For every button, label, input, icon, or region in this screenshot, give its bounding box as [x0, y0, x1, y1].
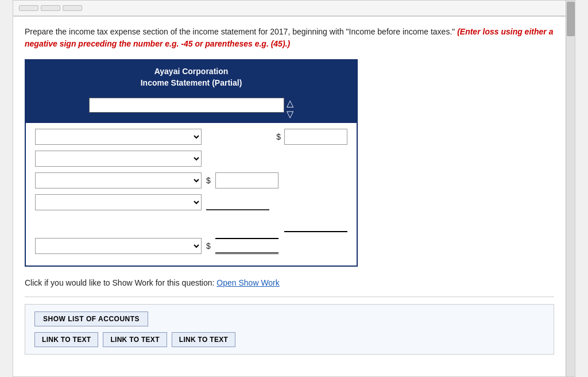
instructions-block: Prepare the income tax expense section o… — [25, 26, 554, 50]
row2-select[interactable] — [35, 151, 202, 167]
table-title-line2: Income Statement (Partial) — [30, 78, 352, 89]
table-row: $ — [35, 129, 347, 145]
top-bar-button-2[interactable] — [41, 5, 60, 11]
table-row: $ — [35, 172, 347, 188]
link-to-text-button-2[interactable]: LINK TO TEXT — [103, 332, 167, 347]
income-statement-table: Ayayai Corporation Income Statement (Par… — [25, 59, 358, 267]
table-title-line1: Ayayai Corporation — [30, 66, 352, 78]
total-select[interactable] — [35, 238, 202, 254]
bottom-section: SHOW LIST OF ACCOUNTS LINK TO TEXT LINK … — [25, 304, 554, 355]
row1-input[interactable] — [284, 129, 347, 145]
instructions-main-text: Prepare the income tax expense section o… — [25, 27, 455, 36]
table-body: $ $ — [26, 123, 357, 266]
row1-dollar: $ — [276, 132, 281, 141]
subtotal-row — [35, 216, 347, 232]
table-row — [35, 151, 347, 167]
total-dollar: $ — [206, 241, 211, 251]
row3-input[interactable] — [215, 172, 278, 188]
header-dropdown[interactable] — [89, 98, 284, 113]
total-input[interactable] — [215, 238, 278, 254]
subtotal-input[interactable] — [284, 216, 347, 232]
link-to-text-button-1[interactable]: LINK TO TEXT — [34, 332, 98, 347]
row4-input[interactable] — [206, 194, 269, 210]
show-work-label: Click if you would like to Show Work for… — [25, 278, 214, 287]
show-work-section: Click if you would like to Show Work for… — [25, 278, 554, 287]
open-show-work-link[interactable]: Open Show Work — [216, 278, 279, 287]
top-bar-button-1[interactable] — [19, 5, 38, 11]
table-header: Ayayai Corporation Income Statement (Par… — [26, 60, 357, 94]
link-to-text-button-3[interactable]: LINK TO TEXT — [172, 332, 235, 347]
header-input-row: △▽ — [26, 94, 357, 123]
divider — [25, 297, 554, 297]
main-content: Prepare the income tax expense section o… — [13, 17, 575, 364]
row3-dollar: $ — [206, 176, 211, 185]
row1-select[interactable] — [35, 129, 202, 145]
top-bar — [13, 1, 575, 17]
top-bar-button-3[interactable] — [63, 5, 82, 11]
row4-select[interactable] — [35, 194, 202, 210]
link-buttons-row: LINK TO TEXT LINK TO TEXT LINK TO TEXT — [34, 332, 544, 347]
total-row: $ — [35, 238, 347, 254]
table-row — [35, 194, 347, 210]
row3-select[interactable] — [35, 172, 202, 188]
show-list-of-accounts-button[interactable]: SHOW LIST OF ACCOUNTS — [34, 311, 148, 326]
